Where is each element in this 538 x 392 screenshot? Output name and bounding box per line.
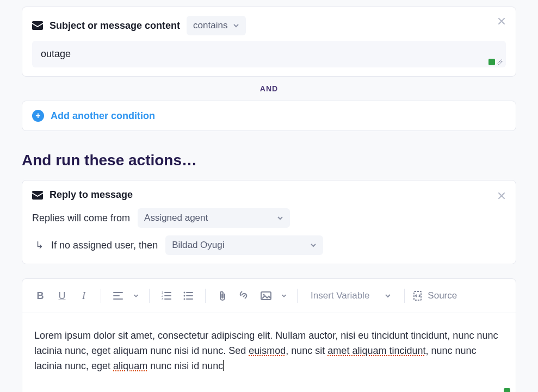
- remove-condition-button[interactable]: [497, 17, 506, 26]
- image-dropdown[interactable]: [279, 287, 289, 305]
- add-condition-label: Add another condition: [51, 110, 155, 122]
- toolbar-separator: [404, 289, 405, 303]
- bold-button[interactable]: B: [31, 287, 50, 305]
- svg-point-4: [184, 295, 185, 297]
- toolbar-separator: [101, 289, 101, 303]
- action-card: Reply to message Replies will come from …: [22, 180, 516, 264]
- condition-value-text: outage: [41, 48, 71, 59]
- operator-value: contains: [193, 20, 227, 31]
- chevron-down-icon: [277, 215, 283, 221]
- actions-section-heading: And run these actions…: [22, 152, 516, 169]
- source-label: Source: [428, 290, 457, 301]
- remove-action-button[interactable]: [497, 191, 506, 200]
- resize-grip-icon: [497, 59, 503, 65]
- insert-variable-label: Insert Variable: [311, 290, 369, 301]
- reply-editor: B U I 123: [22, 278, 516, 392]
- italic-button[interactable]: I: [75, 287, 93, 305]
- condition-title: Subject or message content: [50, 20, 180, 32]
- spell-error: aliquam: [113, 360, 147, 371]
- source-button[interactable]: Source: [412, 290, 457, 301]
- underline-button[interactable]: U: [53, 287, 71, 305]
- plus-circle-icon: +: [32, 110, 44, 122]
- replies-from-label: Replies will come from: [32, 213, 130, 224]
- body-text: , nunc sit: [286, 345, 327, 356]
- image-button[interactable]: [257, 287, 275, 305]
- body-text: nunc nisi id nunc: [147, 360, 223, 371]
- envelope-icon: [32, 20, 43, 31]
- toolbar-separator: [149, 289, 150, 303]
- fallback-select[interactable]: Bildad Oyugi: [165, 235, 323, 255]
- condition-value-input[interactable]: outage: [32, 41, 506, 67]
- link-button[interactable]: [235, 287, 253, 305]
- operator-select[interactable]: contains: [187, 16, 246, 35]
- toolbar-separator: [205, 289, 206, 303]
- replies-from-value: Assigned agent: [144, 213, 208, 223]
- grammar-status-icon: [488, 59, 495, 65]
- editor-body[interactable]: Lorem ipsum dolor sit amet, consectetur …: [22, 313, 516, 392]
- fallback-value: Bildad Oyugi: [172, 240, 224, 251]
- svg-point-7: [263, 294, 265, 296]
- grammar-status-icon: [504, 388, 510, 392]
- chevron-down-icon: [310, 242, 317, 248]
- toolbar-separator: [297, 289, 298, 303]
- spell-error: euismod: [249, 345, 286, 356]
- attachment-button[interactable]: [213, 287, 232, 305]
- unordered-list-button[interactable]: [179, 287, 197, 305]
- spell-error: amet aliquam tincidunt: [327, 345, 425, 356]
- svg-text:3: 3: [162, 297, 163, 300]
- add-condition-card[interactable]: + Add another condition: [22, 101, 516, 131]
- align-dropdown[interactable]: [131, 287, 141, 305]
- resize-handle[interactable]: [488, 59, 503, 65]
- chevron-down-icon: [233, 22, 239, 29]
- fallback-label: If no assigned user, then: [51, 240, 158, 251]
- action-title: Reply to message: [50, 189, 133, 201]
- svg-point-3: [184, 292, 185, 294]
- text-cursor: [223, 360, 224, 371]
- ordered-list-button[interactable]: 123: [157, 287, 176, 305]
- svg-point-5: [184, 298, 185, 300]
- replies-from-select[interactable]: Assigned agent: [138, 208, 290, 228]
- condition-separator: AND: [22, 84, 516, 93]
- insert-variable-select[interactable]: Insert Variable: [305, 287, 397, 304]
- fallback-arrow-icon: ↳: [35, 239, 44, 251]
- envelope-icon: [32, 190, 43, 201]
- align-button[interactable]: [109, 287, 127, 305]
- editor-toolbar: B U I 123: [22, 279, 516, 313]
- condition-card: Subject or message content contains outa…: [22, 7, 516, 77]
